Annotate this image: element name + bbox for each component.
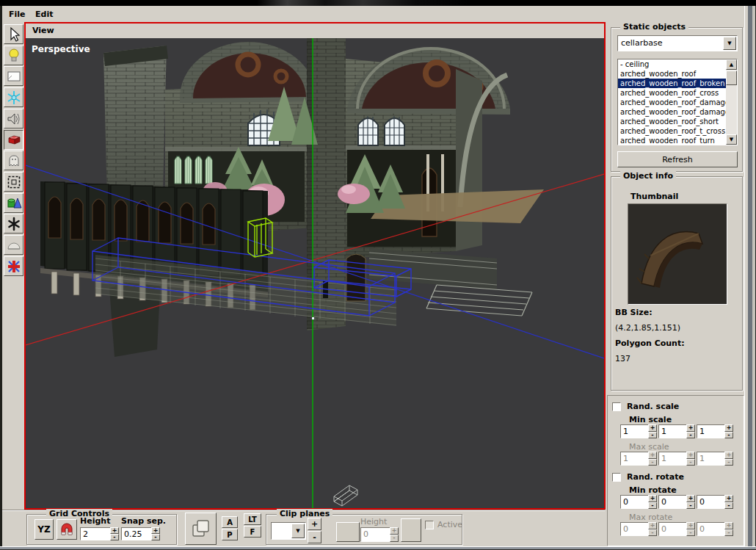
clip-blank-button-2 <box>401 518 421 542</box>
list-item[interactable]: arched_wooden_roof_damage02 <box>618 107 726 117</box>
grid-height-label: Height <box>80 516 110 526</box>
speaker-icon <box>5 110 23 128</box>
list-item-selected[interactable]: arched_wooden_roof_broken <box>618 79 726 88</box>
frame-bottom <box>0 546 756 550</box>
snap-sep-spinner[interactable]: 0.25 +- <box>121 527 159 540</box>
max-rotate-y-spinner: 0 +- <box>658 522 694 536</box>
menu-bar: File Edit <box>2 7 744 22</box>
category-value: cellarbase <box>621 38 662 48</box>
dropdown-arrow-icon[interactable]: ▼ <box>723 37 736 50</box>
category-dropdown[interactable]: cellarbase ▼ <box>617 35 738 51</box>
list-item[interactable]: arched_wooden_roof <box>618 69 726 79</box>
perspective-label: Perspective <box>32 44 90 54</box>
object-list[interactable]: - ceiling arched_wooden_roof arched_wood… <box>617 59 738 145</box>
spin-down-icon[interactable]: - <box>648 432 657 439</box>
min-scale-y-spinner[interactable]: 1 +- <box>658 424 694 438</box>
min-rotate-y-spinner[interactable]: 0 +- <box>658 495 694 509</box>
list-item[interactable]: arched_wooden_roof_damage01 <box>618 98 726 107</box>
fog-tool-button[interactable] <box>4 214 23 234</box>
spin-down-icon[interactable]: - <box>110 534 119 540</box>
spin-down-icon: - <box>686 459 695 466</box>
clip-height-label: Height <box>360 517 387 527</box>
list-item[interactable]: - ceiling <box>618 59 726 69</box>
particle-tool-button[interactable] <box>4 87 23 107</box>
origin-marker <box>312 317 314 319</box>
spin-down-icon[interactable]: - <box>648 502 657 510</box>
add-clip-plane-button[interactable]: + <box>308 518 321 530</box>
min-rotate-z-spinner[interactable]: 0 +- <box>697 495 733 509</box>
primitives-icon <box>5 195 23 212</box>
randomize-panel: Rand. scale Min scale 1 +- 1 +- 1 +- Max… <box>607 395 744 546</box>
spin-down-icon[interactable]: - <box>686 502 695 510</box>
primitive-tool-button[interactable] <box>4 193 23 213</box>
3d-scene-canvas <box>26 38 604 508</box>
polygon-count-label: Polygon Count: <box>615 339 685 348</box>
list-item[interactable]: arched_wooden_roof_short <box>618 117 726 126</box>
ghost-icon <box>5 152 23 170</box>
spin-up-icon[interactable]: + <box>724 424 733 432</box>
refresh-button[interactable]: Refresh <box>617 151 738 167</box>
cursor-arrow-icon <box>5 26 23 43</box>
spin-up-icon[interactable]: + <box>724 495 733 502</box>
toggle-f-button[interactable]: F <box>244 526 261 538</box>
clip-plane-dropdown[interactable]: ▼ <box>271 522 306 540</box>
spin-up-icon: + <box>686 452 695 459</box>
spin-up-icon[interactable]: + <box>686 424 695 432</box>
snap-magnet-button[interactable] <box>57 519 77 540</box>
toggle-lt-button[interactable]: LT <box>244 513 261 525</box>
min-scale-x-spinner[interactable]: 1 +- <box>620 424 656 438</box>
spin-down-icon[interactable]: - <box>686 432 695 439</box>
max-rotate-x-spinner: 0 +- <box>620 522 656 536</box>
spin-up-icon[interactable]: + <box>686 495 695 502</box>
spin-down-icon[interactable]: - <box>724 502 733 510</box>
max-scale-y-spinner: 1 +- <box>658 452 694 466</box>
red-brick-icon <box>5 131 23 149</box>
max-scale-z-spinner: 1 +- <box>697 452 733 466</box>
title-bar <box>0 0 756 6</box>
area-tool-button[interactable] <box>4 172 23 192</box>
decal-tool-button[interactable] <box>4 256 23 276</box>
min-rotate-label: Min rotate <box>629 485 677 495</box>
spin-up-icon[interactable]: + <box>151 527 160 534</box>
grid-height-spinner[interactable]: 2 +- <box>80 527 118 540</box>
spin-up-icon[interactable]: + <box>110 527 119 534</box>
rand-rotate-checkbox[interactable] <box>612 473 621 482</box>
spin-down-icon: - <box>390 535 399 542</box>
select-tool-button[interactable] <box>4 24 23 44</box>
list-item[interactable]: arched_wooden_roof_cross <box>618 88 726 98</box>
entity-tool-button[interactable] <box>4 151 23 170</box>
terrain-tool-button[interactable] <box>4 235 23 255</box>
list-item[interactable]: arched_wooden_roof_turn <box>618 136 726 145</box>
sound-tool-button[interactable] <box>4 109 23 129</box>
static-objects-title: Static objects <box>620 22 688 32</box>
spin-up-icon[interactable]: + <box>648 424 657 432</box>
min-scale-z-spinner[interactable]: 1 +- <box>697 424 733 438</box>
grid-controls-group: Grid Controls YZ Height 2 +- Snap sep. 0… <box>26 514 177 545</box>
menu-edit[interactable]: Edit <box>35 10 53 19</box>
toggle-p-button[interactable]: P <box>222 529 238 540</box>
billboard-tool-button[interactable] <box>4 66 23 86</box>
spin-down-icon[interactable]: - <box>151 534 160 540</box>
spin-up-icon[interactable]: + <box>648 495 657 502</box>
broken-arch-thumbnail <box>628 204 727 304</box>
list-scrollbar[interactable]: ▲ ▼ <box>726 59 737 145</box>
dashed-frame-icon <box>5 173 23 191</box>
min-rotate-x-spinner[interactable]: 0 +- <box>620 495 656 509</box>
layers-view-button[interactable] <box>185 513 217 545</box>
plane-icon <box>5 68 23 85</box>
toggle-a-button[interactable]: A <box>222 516 238 528</box>
spin-down-icon[interactable]: - <box>724 432 733 439</box>
rand-scale-checkbox[interactable] <box>612 402 621 411</box>
3d-scene[interactable]: Perspective <box>26 38 604 508</box>
scroll-thumb[interactable] <box>726 70 737 85</box>
dropdown-arrow-icon[interactable]: ▼ <box>291 524 305 538</box>
menu-file[interactable]: File <box>9 10 26 19</box>
scroll-up-icon[interactable]: ▲ <box>726 59 737 70</box>
list-item[interactable]: arched_wooden_roof_t_cross <box>618 126 726 136</box>
light-tool-button[interactable] <box>4 46 23 65</box>
spin-up-icon: + <box>686 522 695 529</box>
grid-plane-button[interactable]: YZ <box>34 519 54 540</box>
static-object-tool-button[interactable] <box>4 130 23 150</box>
remove-clip-plane-button[interactable]: - <box>308 531 321 543</box>
scroll-down-icon[interactable]: ▼ <box>726 134 737 145</box>
